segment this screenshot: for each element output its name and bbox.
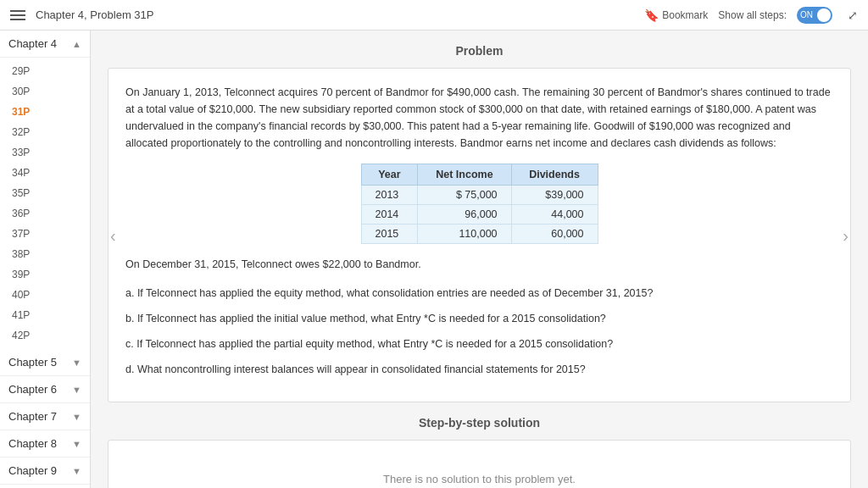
sidebar-chapter-chapter9[interactable]: Chapter 9▼	[0, 458, 90, 485]
table-row: 2013 $ 75,000 $39,000	[361, 186, 598, 205]
sidebar-item-41P[interactable]: 41P	[0, 305, 90, 325]
cell-dividends: $39,000	[511, 186, 598, 205]
chevron-down-icon: ▼	[72, 466, 81, 476]
col-net-income: Net Income	[418, 164, 511, 186]
cell-year: 2013	[361, 186, 418, 205]
sidebar-chapter-chapter7[interactable]: Chapter 7▼	[0, 403, 90, 430]
chapter-label: Chapter 6	[8, 383, 57, 396]
cell-year: 2014	[361, 205, 418, 225]
main-layout: Chapter 4 ▲ 29P30P31P32P33P34P35P36P37P3…	[0, 30, 868, 488]
cell-dividends: 44,000	[511, 205, 598, 225]
sidebar-item-31P[interactable]: 31P	[0, 102, 90, 122]
solution-section-header: Step-by-step solution	[108, 416, 851, 430]
sidebar-item-33P[interactable]: 33P	[0, 142, 90, 163]
chevron-down-icon: ▼	[72, 358, 81, 368]
sidebar-item-37P[interactable]: 37P	[0, 224, 90, 244]
content-area: Problem ‹ › On January 1, 2013, Telconne…	[91, 30, 868, 488]
next-arrow[interactable]: ›	[843, 225, 849, 245]
bookmark-icon: 🔖	[644, 8, 659, 22]
sidebar-item-34P[interactable]: 34P	[0, 163, 90, 183]
expand-icon[interactable]: ⤢	[848, 8, 858, 22]
sidebar-chapter-chapter10[interactable]: Chapter 10▼	[0, 485, 90, 488]
sidebar-item-32P[interactable]: 32P	[0, 122, 90, 142]
chevron-down-icon: ▼	[72, 412, 81, 422]
problem-body: On January 1, 2013, Telconnect acquires …	[125, 84, 833, 152]
sidebar-item-39P[interactable]: 39P	[0, 264, 90, 285]
chapter-label: Chapter 5	[8, 356, 57, 369]
sidebar: Chapter 4 ▲ 29P30P31P32P33P34P35P36P37P3…	[0, 30, 91, 488]
show-all-steps-label: Show all steps:	[718, 9, 787, 21]
menu-icon[interactable]	[10, 10, 25, 20]
part-a: a. If Telconnect has applied the equity …	[125, 285, 833, 302]
solution-box: There is no solution to this problem yet…	[108, 440, 851, 488]
chapter-title: Chapter 4, Problem 31P	[36, 8, 634, 21]
chevron-up-icon: ▲	[72, 39, 81, 49]
topbar: Chapter 4, Problem 31P 🔖 Bookmark Show a…	[0, 0, 868, 30]
cell-dividends: 60,000	[511, 225, 598, 244]
cell-net-income: 110,000	[418, 225, 511, 244]
col-year: Year	[361, 164, 418, 186]
toggle-switch[interactable]: ON	[797, 7, 832, 24]
after-table-text: On December 31, 2015, Telconnect owes $2…	[125, 256, 833, 273]
table-row: 2014 96,000 44,000	[361, 205, 598, 225]
no-solution-text: There is no solution to this problem yet…	[125, 456, 833, 488]
sidebar-chapter-chapter5[interactable]: Chapter 5▼	[0, 349, 90, 376]
toggle-on-label: ON	[800, 10, 813, 19]
bookmark-button[interactable]: 🔖 Bookmark	[644, 8, 708, 22]
chevron-down-icon: ▼	[72, 439, 81, 449]
sidebar-item-42P[interactable]: 42P	[0, 325, 90, 346]
problem-box: ‹ › On January 1, 2013, Telconnect acqui…	[108, 68, 851, 402]
sidebar-item-36P[interactable]: 36P	[0, 203, 90, 224]
sidebar-item-30P[interactable]: 30P	[0, 81, 90, 102]
cell-net-income: 96,000	[418, 205, 511, 225]
sidebar-chapter4-header[interactable]: Chapter 4 ▲	[0, 30, 90, 58]
chapter-label: Chapter 7	[8, 410, 57, 423]
col-dividends: Dividends	[511, 164, 598, 186]
income-table: Year Net Income Dividends 2013 $ 75,000 …	[361, 164, 598, 244]
sidebar-item-40P[interactable]: 40P	[0, 285, 90, 305]
sidebar-chapter-chapter6[interactable]: Chapter 6▼	[0, 376, 90, 403]
toggle-knob	[817, 8, 831, 22]
part-c: c. If Telconnect has applied the partial…	[125, 336, 833, 352]
cell-year: 2015	[361, 225, 418, 244]
sidebar-item-38P[interactable]: 38P	[0, 244, 90, 264]
problem-section-header: Problem	[108, 44, 851, 58]
table-row: 2015 110,000 60,000	[361, 225, 598, 244]
chapter4-label: Chapter 4	[8, 37, 57, 50]
chevron-down-icon: ▼	[72, 385, 81, 395]
sidebar-item-29P[interactable]: 29P	[0, 61, 90, 81]
prev-arrow[interactable]: ‹	[110, 225, 116, 245]
sidebar-item-35P[interactable]: 35P	[0, 183, 90, 203]
sidebar-chapter-chapter8[interactable]: Chapter 8▼	[0, 430, 90, 458]
chapter-label: Chapter 8	[8, 437, 57, 450]
part-b: b. If Telconnect has applied the initial…	[125, 310, 833, 327]
cell-net-income: $ 75,000	[418, 186, 511, 205]
sidebar-items-list: 29P30P31P32P33P34P35P36P37P38P39P40P41P4…	[0, 58, 90, 349]
part-d: d. What noncontrolling interest balances…	[125, 361, 833, 378]
chapter-label: Chapter 9	[8, 464, 57, 477]
